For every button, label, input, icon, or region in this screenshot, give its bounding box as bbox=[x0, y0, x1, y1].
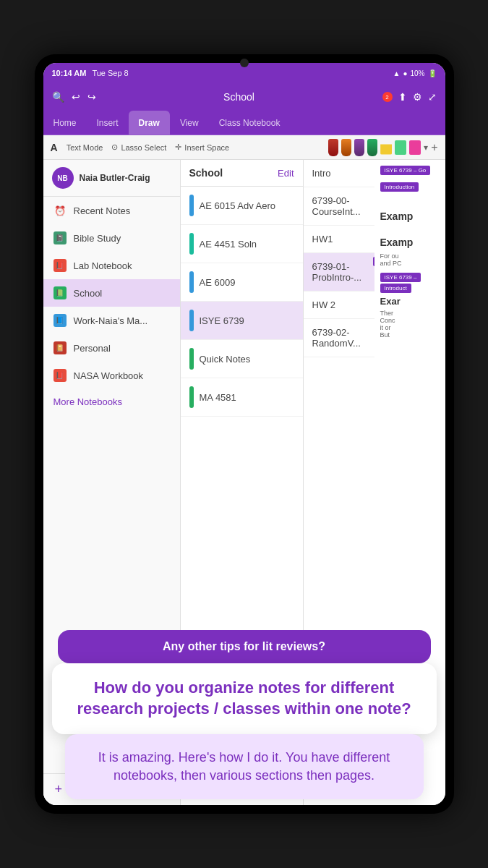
page-intro[interactable]: Intro bbox=[304, 160, 374, 187]
more-notebooks-link[interactable]: More Notebooks bbox=[43, 389, 180, 414]
battery-icon: 10% bbox=[410, 69, 424, 77]
pen-tool-4[interactable] bbox=[367, 139, 377, 156]
user-name: Naia Butler-Craig bbox=[80, 173, 150, 183]
nav-tabs: Home Insert Draw View Class Notebook bbox=[43, 111, 445, 135]
page-courseint[interactable]: 6739-00-CourseInt... bbox=[304, 187, 374, 226]
tab-view[interactable]: View bbox=[170, 111, 209, 135]
section-label-ae6015: AE 6015 Adv Aero bbox=[200, 200, 276, 211]
section-color-quicknotes bbox=[189, 348, 194, 370]
sidebar-item-work[interactable]: 📘 Work-Naia's Ma... bbox=[43, 307, 180, 334]
preview-intro-tag: Introduction bbox=[380, 182, 419, 192]
section-ae4451[interactable]: AE 4451 Soln bbox=[181, 225, 303, 263]
tab-class-notebook[interactable]: Class Notebook bbox=[209, 111, 291, 135]
pen-tool-1[interactable] bbox=[328, 139, 338, 156]
preview-heading-3: Exar bbox=[380, 296, 440, 307]
sidebar-label-lab-notebook: Lab Notebook bbox=[74, 260, 132, 271]
expand-icon[interactable]: ⤢ bbox=[428, 91, 437, 103]
section-ae6015[interactable]: AE 6015 Adv Aero bbox=[181, 187, 303, 225]
sidebar-label-bible-study: Bible Study bbox=[74, 233, 121, 244]
user-header: NB Naia Butler-Craig bbox=[43, 160, 180, 197]
lasso-select-button[interactable]: ⊙ Lasso Select bbox=[111, 142, 166, 152]
clock-icon: ⏰ bbox=[53, 204, 67, 217]
preview-body-1: For ouand PC bbox=[380, 252, 440, 267]
redo-icon[interactable]: ↪ bbox=[87, 91, 96, 103]
tab-insert[interactable]: Insert bbox=[87, 111, 129, 135]
text-mode-button[interactable]: Text Mode bbox=[67, 143, 103, 152]
sidebar-item-nasa[interactable]: 📕 NASA Workbook bbox=[43, 362, 180, 389]
sidebar-item-personal[interactable]: 📔 Personal bbox=[43, 334, 180, 362]
bottom-spacer bbox=[43, 799, 445, 805]
page-hw1[interactable]: HW1 bbox=[304, 226, 374, 253]
section-color-ae4451 bbox=[189, 233, 194, 255]
sections-panel-header: School Edit bbox=[181, 160, 303, 187]
insert-space-button[interactable]: ✛ Insert Space bbox=[175, 142, 229, 152]
sections-panel-edit[interactable]: Edit bbox=[278, 168, 294, 179]
notebook-title: School bbox=[223, 91, 254, 103]
section-label-isye6739: ISYE 6739 bbox=[200, 315, 244, 326]
preview-isye-tag-2: ISYE 6739 – bbox=[380, 273, 421, 282]
question-banner-text: Any other tips for lit reviews? bbox=[163, 640, 325, 652]
page-probintro[interactable]: 6739-01-ProbIntro-... bbox=[304, 253, 374, 292]
tab-draw[interactable]: Draw bbox=[129, 111, 170, 135]
share-icon[interactable]: ⬆ bbox=[398, 91, 407, 103]
section-label-quicknotes: Quick Notes bbox=[200, 354, 251, 365]
status-time: 10:14 AM bbox=[52, 69, 87, 77]
section-color-ma4581 bbox=[189, 386, 194, 408]
signal-icon: ● bbox=[403, 69, 407, 77]
wifi-icon: ▲ bbox=[393, 69, 401, 77]
page-randomv[interactable]: 6739-02-RandomV... bbox=[304, 319, 374, 357]
lasso-icon: ⊙ bbox=[111, 142, 118, 152]
insert-space-icon: ✛ bbox=[175, 142, 181, 152]
highlighter-yellow[interactable] bbox=[380, 140, 392, 155]
search-icon[interactable]: 🔍 bbox=[52, 91, 64, 103]
sidebar-item-lab-notebook[interactable]: 📕 Lab Notebook bbox=[43, 252, 180, 279]
insert-space-label: Insert Space bbox=[184, 143, 229, 152]
main-question-card: How do you organize notes for different … bbox=[52, 663, 437, 733]
add-pen-icon[interactable]: + bbox=[431, 141, 437, 154]
sidebar-item-bible-study[interactable]: 📓 Bible Study bbox=[43, 224, 180, 252]
section-label-ae6009: AE 6009 bbox=[200, 277, 236, 288]
book-icon-lab: 📕 bbox=[53, 259, 67, 272]
sidebar-label-recent-notes: Recent Notes bbox=[74, 205, 131, 216]
highlighter-pink[interactable] bbox=[409, 140, 421, 155]
tab-home[interactable]: Home bbox=[43, 111, 87, 135]
text-mode-a: A bbox=[51, 142, 58, 153]
pen-tool-3[interactable] bbox=[354, 139, 364, 156]
section-ma4581[interactable]: MA 4581 bbox=[181, 378, 303, 417]
sidebar-label-personal: Personal bbox=[74, 343, 111, 354]
section-color-ae6015 bbox=[189, 195, 194, 216]
pen-tools: ▾ + bbox=[328, 139, 437, 156]
section-label-ae4451: AE 4451 Soln bbox=[200, 239, 257, 250]
section-label-ma4581: MA 4581 bbox=[200, 392, 236, 403]
book-icon-work: 📘 bbox=[53, 314, 67, 327]
section-quicknotes[interactable]: Quick Notes bbox=[181, 340, 303, 378]
section-isye6739[interactable]: ISYE 6739 bbox=[181, 302, 303, 340]
main-question-text: How do you organize notes for different … bbox=[69, 678, 419, 719]
section-color-ae6009 bbox=[189, 271, 194, 293]
settings-icon[interactable]: ⚙ bbox=[413, 91, 422, 103]
sidebar-label-school: School bbox=[74, 288, 103, 299]
pen-tool-2[interactable] bbox=[341, 139, 351, 156]
status-icons: ▲ ● 10% 🔋 bbox=[393, 69, 437, 77]
sidebar-item-school[interactable]: 📗 School bbox=[43, 279, 180, 307]
title-bar: 🔍 ↩ ↪ School 2 ⬆ ⚙ ⤢ bbox=[43, 83, 445, 111]
book-icon-personal: 📔 bbox=[53, 341, 67, 354]
avatar-initials: NB bbox=[57, 174, 67, 182]
book-icon-bible: 📓 bbox=[53, 231, 67, 244]
preview-introduct-tag: Introduct bbox=[380, 284, 411, 293]
undo-icon[interactable]: ↩ bbox=[72, 91, 80, 103]
highlighter-green[interactable] bbox=[395, 140, 406, 155]
title-left-controls: 🔍 ↩ ↪ bbox=[52, 91, 96, 103]
section-ae6009[interactable]: AE 6009 bbox=[181, 263, 303, 302]
sections-panel-title: School bbox=[189, 167, 223, 179]
draw-toolbar: A Text Mode ⊙ Lasso Select ✛ Insert Spac… bbox=[43, 135, 445, 160]
notification-badge[interactable]: 2 bbox=[382, 92, 393, 102]
sidebar-item-recent-notes[interactable]: ⏰ Recent Notes bbox=[43, 197, 180, 224]
page-hw2[interactable]: HW 2 bbox=[304, 292, 374, 319]
answer-card: It is amazing. Here's how I do it. You h… bbox=[65, 734, 424, 799]
preview-heading-1: Examp bbox=[380, 210, 440, 222]
book-icon-nasa: 📕 bbox=[53, 369, 67, 382]
chevron-down-icon[interactable]: ▾ bbox=[424, 142, 428, 153]
sidebar-label-work: Work-Naia's Ma... bbox=[74, 315, 148, 326]
overlays-container: Any other tips for lit reviews? How do y… bbox=[43, 624, 445, 805]
